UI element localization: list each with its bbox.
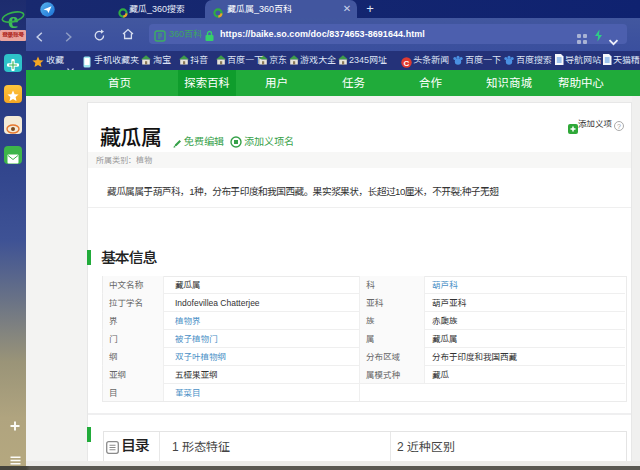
svg-text:C: C [404,59,410,68]
